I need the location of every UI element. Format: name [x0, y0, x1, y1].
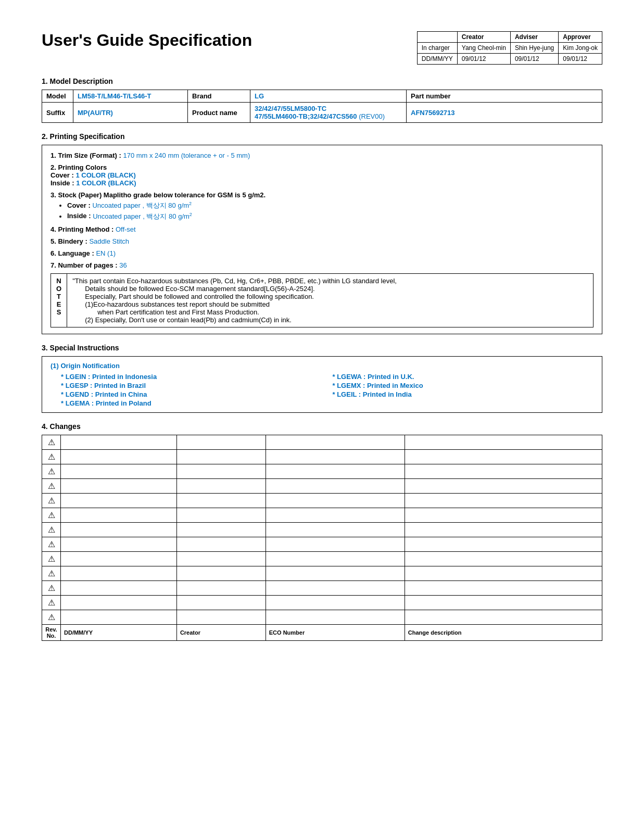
change-date-13 [61, 610, 177, 624]
change-desc-7 [405, 522, 602, 537]
change-eco-11 [266, 580, 405, 595]
change-creator-10 [176, 566, 266, 580]
change-icon-3: ⚠ [42, 464, 61, 478]
spec-trim: 1. Trim Size (Format) : 170 mm x 240 mm … [50, 152, 594, 159]
change-creator-3 [176, 464, 266, 478]
model-table: Model LM58-T/LM46-T/LS46-T Brand LG Part… [42, 90, 602, 123]
change-date-11 [61, 580, 177, 595]
change-creator-8 [176, 537, 266, 551]
approval-header-adviser: Adviser [510, 32, 558, 43]
footer-eco-col: ECO Number [266, 624, 405, 640]
origin-lgesp: * LGESP : Printed in Brazil [61, 382, 322, 389]
change-eco-12 [266, 595, 405, 610]
change-date-10 [61, 566, 177, 580]
change-creator-2 [176, 449, 266, 464]
brand-value: LG [250, 90, 407, 103]
spec-stock: 3. Stock (Paper) Maplitho grade below to… [50, 191, 594, 221]
footer-creator-col: Creator [176, 624, 266, 640]
change-date-1 [61, 435, 177, 449]
origin-lgein: * LGEIN : Printed in Indonesia [61, 373, 322, 381]
approval-row1-col0: In charger [417, 43, 457, 54]
table-row: ⚠ [42, 522, 602, 537]
changes-table: ⚠ ⚠ ⚠ ⚠ ⚠ [42, 435, 602, 641]
notes-label: NOTES [51, 273, 67, 327]
table-row: ⚠ [42, 537, 602, 551]
change-creator-12 [176, 595, 266, 610]
change-desc-4 [405, 478, 602, 493]
origin-empty [333, 399, 594, 407]
approval-header-empty [417, 32, 457, 43]
change-icon-4: ⚠ [42, 478, 61, 493]
change-date-3 [61, 464, 177, 478]
change-eco-9 [266, 551, 405, 566]
section1-heading: 1. Model Description [42, 77, 602, 85]
rev-no-label: Rev.No. [42, 624, 61, 640]
special-instructions-box: (1) Origin Notification * LGEIN : Printe… [42, 356, 602, 413]
change-eco-5 [266, 493, 405, 508]
origin-lgeil: * LGEIL : Printed in India [333, 390, 594, 398]
change-icon-7: ⚠ [42, 522, 61, 537]
change-creator-1 [176, 435, 266, 449]
main-title: User's Guide Specification [42, 31, 407, 49]
approval-row1-col2: Shin Hye-jung [510, 43, 558, 54]
spec-bindery: 5. Bindery : Saddle Stitch [50, 237, 594, 245]
part-value: AFN75692713 [407, 103, 602, 123]
origin-lgend: * LGEND : Printed in China [61, 390, 322, 398]
spec-pages: 7. Number of pages : 36 [50, 261, 594, 269]
table-row: ⚠ [42, 435, 602, 449]
change-creator-13 [176, 610, 266, 624]
change-creator-4 [176, 478, 266, 493]
approval-row1-col1: Yang Cheol-min [457, 43, 510, 54]
origin-lgema: * LGEMA : Printed in Poland [61, 399, 322, 407]
table-row: ⚠ [42, 610, 602, 624]
table-row: ⚠ [42, 508, 602, 522]
change-creator-11 [176, 580, 266, 595]
change-icon-12: ⚠ [42, 595, 61, 610]
brand-label: Brand [188, 90, 250, 103]
change-desc-12 [405, 595, 602, 610]
change-desc-5 [405, 493, 602, 508]
change-icon-13: ⚠ [42, 610, 61, 624]
change-icon-1: ⚠ [42, 435, 61, 449]
spec-colors: 2. Printing Colors Cover : 1 COLOR (BLAC… [50, 163, 594, 187]
product-label: Product name [188, 103, 250, 123]
change-creator-5 [176, 493, 266, 508]
change-desc-11 [405, 580, 602, 595]
footer-date-col: DD/MM/YY [61, 624, 177, 640]
approval-header-creator: Creator [457, 32, 510, 43]
change-eco-8 [266, 537, 405, 551]
change-desc-8 [405, 537, 602, 551]
section3-heading: 3. Special Instructions [42, 344, 602, 352]
change-eco-10 [266, 566, 405, 580]
origin-title: (1) Origin Notification [50, 362, 594, 370]
change-eco-3 [266, 464, 405, 478]
change-desc-2 [405, 449, 602, 464]
title-block: User's Guide Specification [42, 31, 407, 49]
suffix-label: Suffix [42, 103, 73, 123]
part-label: Part number [407, 90, 602, 103]
table-row: ⚠ [42, 580, 602, 595]
notes-content: "This part contain Eco-hazardous substan… [67, 273, 594, 327]
table-row: ⚠ [42, 478, 602, 493]
change-date-4 [61, 478, 177, 493]
change-creator-7 [176, 522, 266, 537]
change-icon-2: ⚠ [42, 449, 61, 464]
approval-row2-col0: DD/MM/YY [417, 54, 457, 65]
change-desc-6 [405, 508, 602, 522]
change-desc-10 [405, 566, 602, 580]
change-icon-8: ⚠ [42, 537, 61, 551]
notes-table: NOTES "This part contain Eco-hazardous s… [50, 273, 594, 327]
change-desc-1 [405, 435, 602, 449]
printing-spec-box: 1. Trim Size (Format) : 170 mm x 240 mm … [42, 145, 602, 334]
product-value: 32/42/47/55LM5800-TC 47/55LM4600-TB;32/4… [250, 103, 407, 123]
change-desc-9 [405, 551, 602, 566]
change-icon-9: ⚠ [42, 551, 61, 566]
section2-heading: 2. Printing Specification [42, 132, 602, 141]
change-eco-7 [266, 522, 405, 537]
origin-lgewa: * LGEWA : Printed in U.K. [333, 373, 594, 381]
change-date-5 [61, 493, 177, 508]
change-eco-4 [266, 478, 405, 493]
approval-row2-col1: 09/01/12 [457, 54, 510, 65]
change-creator-6 [176, 508, 266, 522]
approval-row2-col2: 09/01/12 [510, 54, 558, 65]
